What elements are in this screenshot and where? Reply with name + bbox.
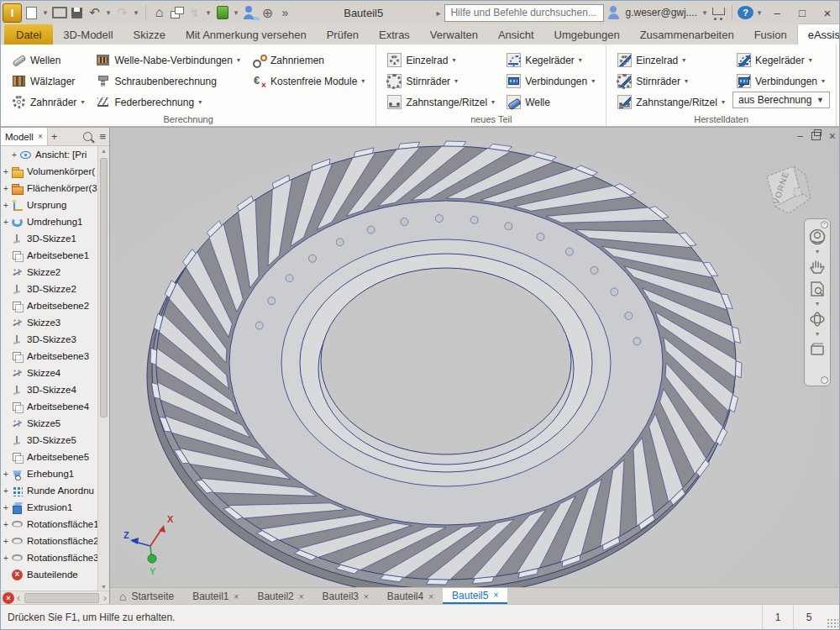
tree-item-bauteilende[interactable]: Bauteilende (1, 566, 98, 583)
browser-tab-modell[interactable]: Modell × (1, 128, 48, 145)
maximize-button[interactable]: □ (790, 3, 814, 22)
ribbon-button-zahnriemen[interactable]: Zahnriemen (246, 50, 370, 71)
tree-item-3d-skizze2[interactable]: 3D-Skizze2 (1, 281, 98, 297)
doc-tab-close-icon[interactable]: × (428, 592, 433, 601)
material-icon[interactable] (214, 4, 230, 21)
ribbon-tab-verwalten[interactable]: Verwalten (420, 24, 488, 45)
user-presence-icon[interactable] (242, 4, 258, 21)
ribbon-tab-extras[interactable]: Extras (369, 24, 420, 45)
expand-icon[interactable]: + (1, 201, 11, 210)
ribbon-button-kegelräder[interactable]: Kegelräder▾ (501, 50, 601, 71)
ribbon-button-einzelrad[interactable]: Einzelrad▾ (612, 50, 731, 71)
save-icon[interactable] (69, 4, 85, 21)
ribbon-button-verbindungen[interactable]: Verbindungen▾ (501, 71, 601, 92)
ribbon-tab-3d-modell[interactable]: 3D-Modell (53, 24, 123, 45)
dropdown-caret-icon[interactable]: ▾ (452, 56, 455, 64)
browser-menu-icon[interactable]: ≡ (96, 130, 109, 143)
dropdown-caret-icon[interactable]: ▾ (685, 77, 688, 85)
ribbon-button-zahnstange-ritzel[interactable]: Zahnstange/Ritzel▾ (381, 92, 501, 113)
zoom-window-icon[interactable] (808, 280, 827, 298)
scroll-left-icon[interactable]: ‹ (14, 592, 23, 604)
manufacture-source-combobox[interactable]: aus Berechnung▼ (732, 92, 830, 108)
close-button[interactable]: × (816, 3, 839, 22)
caret-icon[interactable] (104, 4, 113, 21)
tree-item-extrusion1[interactable]: +Extrusion1 (1, 499, 98, 516)
overflow-chevrons-icon[interactable] (277, 4, 293, 21)
expand-icon[interactable]: + (1, 503, 11, 512)
navigation-wheel-icon[interactable] (808, 228, 827, 246)
tree-item-3d-skizze3[interactable]: 3D-Skizze3 (1, 331, 98, 348)
ribbon-tab-skizze[interactable]: Skizze (123, 24, 176, 45)
scroll-down-icon[interactable]: ▼ (98, 584, 109, 590)
tree-item-ansicht-pri[interactable]: +Ansicht: [Pri (1, 146, 98, 163)
home-icon[interactable] (151, 4, 167, 21)
app-store-cart-icon[interactable] (711, 4, 727, 21)
web-icon[interactable] (260, 4, 276, 21)
caret-icon[interactable] (232, 4, 240, 21)
ribbon-button-kostenfreie-module[interactable]: Kostenfreie Module▾ (246, 71, 370, 92)
redo-icon[interactable] (114, 4, 130, 21)
tree-item-skizze2[interactable]: Skizze2 (1, 264, 98, 281)
combobox-caret-icon[interactable]: ▼ (816, 96, 824, 104)
tree-item-skizze4[interactable]: Skizze4 (1, 365, 98, 381)
doc-close-icon[interactable]: × (829, 131, 836, 141)
browser-tab-close-icon[interactable]: × (38, 132, 43, 141)
expand-icon[interactable]: + (1, 470, 11, 479)
dropdown-caret-icon[interactable]: ▾ (722, 98, 725, 106)
wheel-caret-icon[interactable]: ▾ (816, 249, 819, 255)
model-viewport[interactable]: – × VORNE × ▾ (110, 128, 840, 587)
minimize-button[interactable]: – (765, 3, 789, 22)
doc-tab-close-icon[interactable]: × (364, 592, 369, 601)
doc-tab-startseite[interactable]: ⌂Startseite (110, 588, 183, 605)
ribbon-button-welle[interactable]: Welle (501, 92, 601, 113)
ribbon-tab-eassistant[interactable]: eAssistant (797, 24, 840, 45)
viewcube[interactable]: VORNE (748, 151, 824, 227)
expand-icon[interactable]: + (1, 554, 11, 563)
chevron-right-icon[interactable]: ▸ (436, 8, 440, 18)
tree-horizontal-scrollbar[interactable]: ‹ › (1, 591, 109, 605)
ribbon-button-welle-nabe-verbindungen[interactable]: Welle-Nabe-Verbindungen▾ (90, 50, 246, 71)
doc-tab-bauteil3[interactable]: Bauteil3× (313, 588, 378, 605)
resize-grip[interactable] (827, 618, 838, 630)
tree-item-skizze3[interactable]: Skizze3 (1, 314, 98, 331)
caret-icon[interactable] (204, 4, 213, 21)
doc-tab-close-icon[interactable]: × (299, 592, 304, 601)
ribbon-button-verbindungen[interactable]: Verbindungen▾ (731, 71, 831, 92)
horizontal-scroll-thumb[interactable] (24, 593, 99, 603)
zoom-caret-icon[interactable]: ▾ (816, 302, 819, 307)
dropdown-caret-icon[interactable]: ▾ (579, 56, 582, 64)
tree-item-3d-skizze5[interactable]: 3D-Skizze5 (1, 432, 98, 449)
ribbon-button-kegelräder[interactable]: Kegelräder▾ (731, 50, 831, 71)
tree-item-rotationsfläche1[interactable]: +Rotationsfläche1 (1, 516, 98, 533)
ribbon-tab-fusion[interactable]: Fusion (744, 24, 797, 45)
tree-item-skizze5[interactable]: Skizze5 (1, 415, 98, 432)
help-icon[interactable] (738, 6, 753, 19)
ribbon-tab-mit-anmerkung-versehen[interactable]: Mit Anmerkung versehen (176, 24, 317, 45)
look-at-icon[interactable] (808, 340, 827, 359)
look-at-caret-icon[interactable]: ▾ (816, 332, 819, 337)
add-browser-tab-button[interactable]: + (48, 130, 61, 143)
ribbon-tab-zusammenarbeiten[interactable]: Zusammenarbeiten (630, 24, 744, 45)
ribbon-tab-prüfen[interactable]: Prüfen (317, 24, 369, 45)
switch-windows-icon[interactable] (169, 4, 185, 21)
dropdown-caret-icon[interactable]: ▾ (491, 98, 495, 106)
ribbon-button-einzelrad[interactable]: Einzelrad▾ (381, 50, 501, 71)
dropdown-caret-icon[interactable]: ▾ (454, 77, 458, 85)
new-file-icon[interactable] (24, 4, 39, 21)
tree-item-erhebung1[interactable]: +Erhebung1 (1, 465, 98, 482)
app-logo-icon[interactable]: I (3, 3, 22, 23)
expand-icon[interactable]: + (1, 218, 11, 227)
search-input[interactable] (444, 4, 604, 22)
tree-item-rotationsfläche3[interactable]: +Rotationsfläche3 (1, 549, 98, 566)
tree-item-arbeitsebene2[interactable]: Arbeitsebene2 (1, 297, 98, 314)
vertical-scroll-thumb[interactable] (100, 158, 108, 417)
browser-search-icon[interactable] (83, 132, 92, 141)
doc-minimize-icon[interactable]: – (797, 131, 803, 141)
tree-item-3d-skizze1[interactable]: 3D-Skizze1 (1, 230, 98, 247)
expand-icon[interactable]: + (1, 486, 11, 496)
doc-tab-bauteil5[interactable]: Bauteil5× (443, 588, 507, 605)
help-menu-caret-icon[interactable] (755, 4, 764, 21)
open-folder-icon[interactable] (51, 4, 67, 21)
dropdown-caret-icon[interactable]: ▾ (198, 98, 202, 106)
tree-item-arbeitsebene3[interactable]: Arbeitsebene3 (1, 348, 98, 365)
